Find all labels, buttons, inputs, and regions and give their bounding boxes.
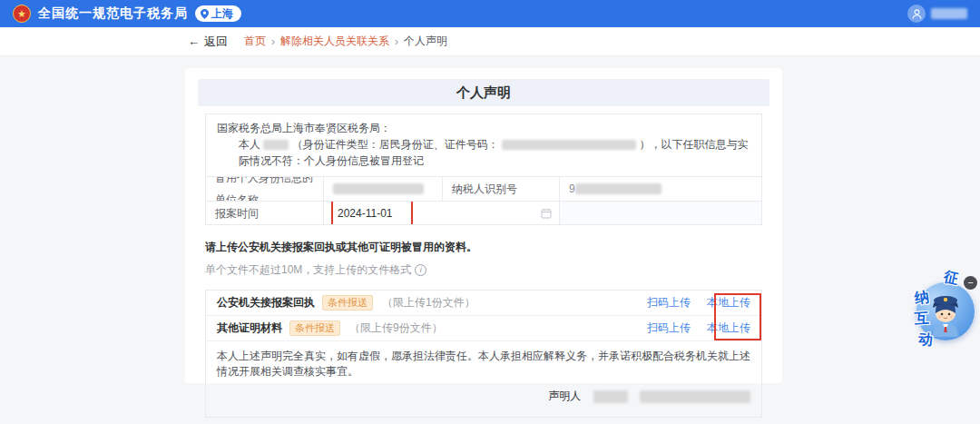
declaration-text: 国家税务总局上海市奉贤区税务局： 本人 （身份证件类型：居民身份证、证件号码： … [206, 114, 761, 176]
breadcrumb-bar: ← 返回 首页 › 解除相关人员关联关系 › 个人声明 [0, 27, 980, 56]
upload-item-name: 其他证明材料 [217, 320, 282, 336]
upload-size-hint-text: 单个文件不超过10M，支持上传的文件格式 [205, 262, 411, 278]
redacted-person-name [263, 140, 289, 150]
user-menu[interactable] [907, 5, 967, 23]
top-header-bar: ★ 全国统一规范电子税务局 上海 [0, 0, 980, 27]
breadcrumb-separator: › [271, 35, 275, 48]
brand-area: ★ 全国统一规范电子税务局 上海 [13, 5, 241, 23]
calendar-icon[interactable] [541, 208, 552, 219]
redacted-declarant-info [640, 390, 750, 403]
info-icon[interactable]: i [415, 264, 426, 276]
breadcrumb-home[interactable]: 首页 [244, 34, 266, 49]
redacted-taxpayer-id [575, 183, 662, 194]
page-body: 个人声明 国家税务总局上海市奉贤区税务局： 本人 （身份证件类型：居民身份证、证… [0, 56, 980, 424]
app-title: 全国统一规范电子税务局 [38, 5, 188, 22]
page-title: 个人声明 [198, 79, 769, 106]
table-row: 报案时间 2024-11-01 [206, 201, 761, 224]
widget-char: 动 [917, 330, 934, 350]
table-row: 冒用个人身份信息的单位名称 纳税人识别号 9 [206, 177, 761, 201]
back-button[interactable]: ← 返回 [188, 34, 228, 50]
declaration-body-mid: （身份证件类型：居民身份证、证件号码： [292, 138, 499, 151]
national-emblem-icon: ★ [13, 5, 31, 23]
info-table: 冒用个人身份信息的单位名称 纳税人识别号 9 报案时间 2024-11-01 [206, 176, 761, 224]
minimize-widget-button[interactable]: − [964, 276, 977, 290]
location-pin-icon [201, 9, 209, 19]
upload-instruction: 请上传公安机关接报案回执或其他可证明被冒用的资料。 [205, 240, 762, 255]
declaration-card: 个人声明 国家税务总局上海市奉贤区税务局： 本人 （身份证件类型：居民身份证、证… [185, 68, 782, 383]
local-upload-link[interactable]: 本地上传 [707, 320, 750, 336]
breadcrumb: 首页 › 解除相关人员关联关系 › 个人声明 [244, 34, 447, 49]
widget-char: 纳 [914, 288, 931, 309]
declarant-label: 声明人 [548, 389, 581, 402]
conditional-submit-badge: 条件报送 [322, 295, 373, 311]
declaration-form-box: 国家税务总局上海市奉贤区税务局： 本人 （身份证件类型：居民身份证、证件号码： … [205, 113, 762, 225]
declaration-body-prefix: 本人 [239, 138, 260, 151]
breadcrumb-current: 个人声明 [404, 34, 447, 49]
unit-name-label: 冒用个人身份信息的单位名称 [206, 177, 323, 201]
redacted-id-number [502, 140, 636, 150]
location-label: 上海 [211, 6, 233, 22]
back-arrow-icon: ← [188, 35, 200, 48]
redacted-declarant-name [593, 390, 628, 403]
back-label: 返回 [204, 34, 228, 50]
report-date-value[interactable]: 2024-11-01 [338, 207, 393, 220]
redacted-username [931, 8, 967, 19]
local-upload-link[interactable]: 本地上传 [707, 295, 750, 311]
conditional-submit-badge: 条件报送 [289, 320, 340, 336]
upload-size-hint: 单个文件不超过10M，支持上传的文件格式 i [205, 262, 762, 278]
user-avatar-icon [907, 5, 926, 23]
taxpayer-id-label: 纳税人识别号 [442, 177, 559, 201]
declaration-salutation: 国家税务总局上海市奉贤区税务局： [217, 120, 750, 136]
breadcrumb-parent[interactable]: 解除相关人员关联关系 [280, 34, 389, 49]
upload-box: 公安机关接报案回执 条件报送 （限上传1份文件） 扫码上传 本地上传 其他证明材… [205, 290, 762, 418]
unit-name-value [323, 177, 442, 201]
upload-item-name: 公安机关接报案回执 [217, 295, 315, 311]
commitment-text: 本人上述声明完全真实，如有虚假，愿承担法律责任。本人承担相应解释义务，并承诺积极… [206, 341, 761, 383]
upload-row-police-receipt: 公安机关接报案回执 条件报送 （限上传1份文件） 扫码上传 本地上传 [206, 291, 761, 316]
declaration-body: 本人 （身份证件类型：居民身份证、证件号码： ），以下任职信息与实际情况不符：个… [217, 136, 750, 169]
report-date-field[interactable]: 2024-11-01 [323, 202, 559, 224]
taxpayer-id-prefix: 9 [569, 178, 575, 200]
declarant-row: 声明人 [206, 383, 761, 417]
widget-char: 互 [914, 309, 929, 329]
report-date-label: 报案时间 [206, 202, 323, 224]
breadcrumb-separator: › [395, 35, 398, 48]
upload-limit: （限上传9份文件） [349, 320, 443, 336]
location-badge[interactable]: 上海 [195, 5, 241, 22]
empty-cell [559, 202, 761, 224]
taxpayer-id-value: 9 [559, 177, 761, 201]
scan-upload-link[interactable]: 扫码上传 [647, 295, 691, 311]
upload-limit: （限上传1份文件） [382, 295, 475, 311]
scan-upload-link[interactable]: 扫码上传 [647, 320, 691, 336]
annotation-box-date: 2024-11-01 [331, 202, 413, 224]
upload-row-other-proof: 其他证明材料 条件报送 （限上传9份文件） 扫码上传 本地上传 [206, 316, 761, 341]
interaction-widget[interactable]: 征 纳 互 动 − [915, 267, 980, 354]
redacted-unit-name [333, 183, 424, 194]
